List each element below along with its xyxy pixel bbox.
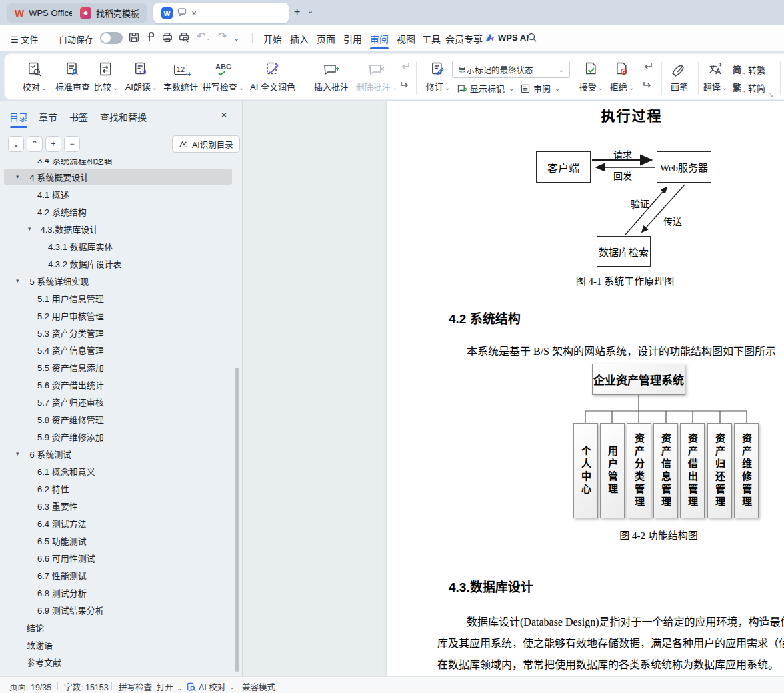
tab-find-replace[interactable]: 查找和替换 xyxy=(100,110,147,123)
toc-item[interactable]: 致谢语 xyxy=(0,636,235,653)
search-icon[interactable] xyxy=(527,32,537,43)
to-traditional-button[interactable]: 简→ 转繁 xyxy=(733,63,765,76)
tab-list-chevron-icon[interactable]: ⌄ xyxy=(307,7,313,15)
page-indicator: 页面: 19/35 xyxy=(9,680,51,693)
tab-bookmarks[interactable]: 书签 xyxy=(69,110,88,123)
export-pdf-icon[interactable] xyxy=(145,31,157,43)
spell-check-button[interactable]: ABC 拼写检查⌄ xyxy=(203,59,244,91)
proof-button[interactable]: 校对⌄ xyxy=(23,59,47,91)
toc-item[interactable]: 6.4 测试方法 xyxy=(0,514,235,532)
toc-item[interactable]: 5.1 用户信息管理 xyxy=(0,289,235,307)
next-comment-icon[interactable] xyxy=(399,79,411,93)
menu-reference[interactable]: 引用 xyxy=(343,32,362,45)
collapse-arrow-icon[interactable]: ▾ xyxy=(28,225,31,232)
autosave-toggle[interactable] xyxy=(100,32,123,44)
print-icon[interactable] xyxy=(161,31,173,43)
dialog-launcher-icon[interactable]: ↘ xyxy=(769,91,774,98)
toc-item[interactable]: 4.1 概述 xyxy=(0,185,235,203)
review-pane-button[interactable]: 审阅⌄ xyxy=(520,82,560,95)
paragraph-4-2: 本系统是基于 B/S 架构的网站系统，设计的功能结构图如下图所示 xyxy=(467,343,776,358)
track-changes-button[interactable]: 修订⌄ xyxy=(426,59,450,91)
toc-item-label: 4.3.2 数据库设计表 xyxy=(48,257,122,270)
close-sidebar-icon[interactable]: × xyxy=(221,109,227,122)
show-markup-button[interactable]: 显示标记⌄ xyxy=(457,82,514,95)
print-preview-icon[interactable] xyxy=(178,31,190,43)
save-icon[interactable] xyxy=(128,31,140,43)
toc-item[interactable]: 6.1 概念和意义 xyxy=(0,462,235,480)
menu-page[interactable]: 页面 xyxy=(317,32,335,45)
toc-item[interactable]: 4.2 系统结构 xyxy=(0,203,235,220)
menu-review[interactable]: 审阅 xyxy=(370,32,389,45)
toc-item[interactable]: 结论 xyxy=(0,618,235,636)
markup-state-dropdown[interactable]: 显示标记的最终状态 ⌄ xyxy=(452,61,570,78)
word-count-button[interactable]: 12+ 字数统计 xyxy=(163,59,198,91)
ai-proof-status[interactable]: AI 校对⌄ xyxy=(187,680,235,693)
toc-item-label: 5.7 资产归还审核 xyxy=(37,396,104,408)
toc-item[interactable]: ▾4 系统概要设计 xyxy=(0,168,235,185)
ai-polish-button[interactable]: AI 全文润色 xyxy=(250,59,295,91)
spellcheck-status[interactable]: 拼写检查: 打开 ⌄ xyxy=(119,680,182,693)
toc-item[interactable]: 4.3.2 数据库设计表 xyxy=(0,255,235,272)
tab-wps-home[interactable]: W WPS Office xyxy=(7,3,81,23)
toc-item[interactable]: 5.8 资产维修管理 xyxy=(0,410,235,428)
toc-item[interactable]: 5.3 资产分类管理 xyxy=(0,324,235,341)
menu-membership[interactable]: 会员专享 xyxy=(445,32,483,45)
toc-item[interactable]: ▾4.3.数据库设计 xyxy=(0,220,235,237)
toc-item[interactable]: ▾6 系统测试 xyxy=(0,445,235,462)
tab-contents[interactable]: 目录 xyxy=(9,110,28,123)
collapse-arrow-icon[interactable]: ▾ xyxy=(16,450,19,457)
toc-item[interactable]: 6.9 测试结果分析 xyxy=(0,601,235,618)
tab-chapters[interactable]: 章节 xyxy=(39,110,57,123)
ai-recognize-toc-button[interactable]: AI识别目录 xyxy=(172,135,240,153)
collapse-arrow-icon[interactable]: ▾ xyxy=(16,277,19,284)
toc-item[interactable]: 6.6 可用性测试 xyxy=(0,549,235,566)
toc-item[interactable]: 5.9 资产维修添加 xyxy=(0,428,235,445)
collapse-prev-button[interactable]: ⌃ xyxy=(27,136,43,152)
previous-change-icon[interactable] xyxy=(642,61,653,75)
translate-button[interactable]: 翻译⌄ xyxy=(703,59,727,91)
doc-comment-icon[interactable] xyxy=(177,7,187,19)
toc-item[interactable]: 6.7 性能测试 xyxy=(0,566,235,584)
standard-review-button[interactable]: 标准审查 xyxy=(55,59,90,91)
toc-item[interactable]: 6.8 测试分析 xyxy=(0,584,235,601)
pen-button[interactable]: 画笔 xyxy=(671,59,688,91)
show-markup-icon xyxy=(457,83,467,94)
to-simplified-button[interactable]: 繁→ 转简 xyxy=(733,81,765,94)
expand-all-button[interactable]: + xyxy=(45,136,61,152)
toc-item[interactable]: 5.4 资产信息管理 xyxy=(0,341,235,358)
toc-item[interactable]: 6.5 功能测试 xyxy=(0,532,235,549)
menu-tools[interactable]: 工具 xyxy=(422,32,441,45)
toc-item[interactable]: 4.3.1 数据库实体 xyxy=(0,237,235,255)
toc-item[interactable]: 5.2 用户审核管理 xyxy=(0,307,235,324)
toc-item[interactable]: ▾5 系统详细实现 xyxy=(0,272,235,289)
toc-item[interactable]: 5.7 资产归还审核 xyxy=(0,393,235,410)
file-menu[interactable]: ☰ 文件 xyxy=(11,33,38,45)
reject-button[interactable]: 拒绝⌄ xyxy=(610,59,634,91)
close-doc-tab-icon[interactable]: × xyxy=(191,9,197,18)
toc-item[interactable]: 6.2 特性 xyxy=(0,480,235,497)
ai-read-button[interactable]: AI朗读⌄ xyxy=(125,59,158,91)
new-tab-button[interactable]: + xyxy=(294,6,300,18)
insert-comment-button[interactable]: 插入批注 xyxy=(314,59,349,91)
quickbar-chevron-icon[interactable]: ⌄ xyxy=(233,32,239,44)
wps-ai-button[interactable]: WPS AI xyxy=(485,32,529,43)
tab-document[interactable]: W 基于Vue+Spring Boot+MyS × xyxy=(153,3,289,23)
toc-item[interactable]: 5.5 资产信息添加 xyxy=(0,358,235,376)
collapse-arrow-icon[interactable]: ▾ xyxy=(16,173,19,180)
tab-template-store[interactable]: ❖ 找稻壳模板 xyxy=(72,3,147,23)
menu-view[interactable]: 视图 xyxy=(397,32,415,45)
toc-item[interactable]: 3.4 系统流程和逻辑 xyxy=(0,159,235,168)
collapse-all-button[interactable]: − xyxy=(64,136,80,152)
toc-item[interactable]: 6.3 重要性 xyxy=(0,497,235,514)
expand-next-button[interactable]: ⌄ xyxy=(8,136,24,152)
toc-item[interactable]: 参考文献 xyxy=(0,653,235,670)
menu-start[interactable]: 开始 xyxy=(263,32,282,45)
accept-button[interactable]: 接受⌄ xyxy=(579,59,603,91)
sidebar-scrollbar[interactable] xyxy=(235,368,239,672)
toc-item[interactable]: 5.6 资产借出统计 xyxy=(0,376,235,393)
divider xyxy=(698,62,699,95)
compare-button[interactable]: 比较⌄ xyxy=(94,59,118,91)
next-change-icon[interactable] xyxy=(642,79,653,93)
menu-insert[interactable]: 插入 xyxy=(290,32,309,45)
document-page[interactable] xyxy=(387,101,784,676)
